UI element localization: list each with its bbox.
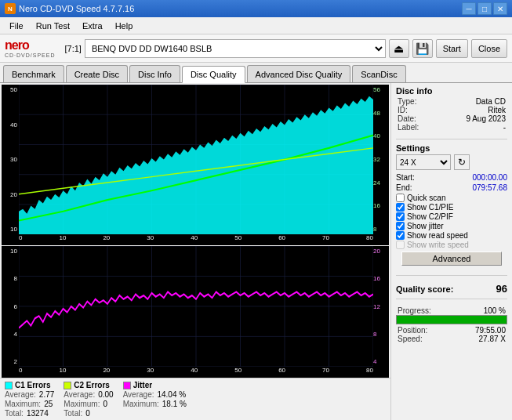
chart-top-yr-label-8: 8 <box>373 226 389 233</box>
settings-section: Settings 24 X ↻ Start: 000:00.00 End: 07… <box>396 143 507 268</box>
chart-bot-yr-20: 20 <box>373 248 389 255</box>
eject-icon-button[interactable]: ⏏ <box>389 39 409 58</box>
tab-disc-quality[interactable]: Disc Quality <box>182 66 245 83</box>
chart-top-y-label-40: 40 <box>2 121 19 129</box>
end-time-label: End: <box>396 183 423 192</box>
jitter-avg-value: 14.04 % <box>157 390 186 399</box>
chart-bot-yr-12: 12 <box>373 303 389 310</box>
chart-top-x-0: 0 <box>19 234 22 245</box>
chart-top-x-40: 40 <box>191 234 198 245</box>
progress-bar-outer <box>396 315 507 324</box>
app-icon: N <box>5 3 16 14</box>
close-window-button[interactable]: ✕ <box>493 2 507 15</box>
tab-scan-disc[interactable]: ScanDisc <box>352 65 405 82</box>
bottom-chart-svg <box>19 246 373 367</box>
show-c2-pif-checkbox[interactable] <box>396 212 405 221</box>
jitter-max-value: 18.1 % <box>162 400 187 408</box>
chart-top-x-10: 10 <box>59 234 66 245</box>
disc-id-label: ID: <box>398 106 408 114</box>
tab-benchmark[interactable]: Benchmark <box>3 65 64 82</box>
drive-label: [7:1] <box>65 44 82 53</box>
menu-extra[interactable]: Extra <box>76 17 109 34</box>
show-read-speed-checkbox[interactable] <box>396 231 405 240</box>
quality-score-value: 96 <box>496 283 507 295</box>
disc-label-label: Label: <box>398 123 419 132</box>
position-value: 79:55.00 <box>475 326 506 335</box>
c2-stats-block: C2 Errors Average: 0.00 Maximum: 0 Total… <box>64 381 113 418</box>
show-c1-pie-checkbox[interactable] <box>396 203 405 212</box>
c2-header: C2 Errors <box>74 381 110 389</box>
disc-label-value: - <box>503 123 506 132</box>
progress-value: 100 % <box>484 306 506 315</box>
show-read-speed-label: Show read speed <box>407 231 468 240</box>
quick-scan-label: Quick scan <box>407 194 445 202</box>
c1-avg-label: Average: <box>5 390 36 399</box>
c2-color-swatch <box>64 382 71 389</box>
chart-bot-x-40: 40 <box>191 367 198 378</box>
chart-top-x-20: 20 <box>103 234 110 245</box>
chart-bot-x-10: 10 <box>59 367 66 378</box>
tab-create-disc[interactable]: Create Disc <box>66 65 128 82</box>
c1-avg-value: 2.77 <box>39 390 54 399</box>
chart-top-y-label-20: 20 <box>2 191 19 198</box>
close-button[interactable]: Close <box>471 39 507 58</box>
menu-help[interactable]: Help <box>109 17 140 34</box>
chart-bot-x-50: 50 <box>234 367 241 378</box>
menu-bar: File Run Test Extra Help <box>0 17 512 34</box>
chart-bot-y-label-2: 2 <box>2 358 19 365</box>
disc-date-label: Date: <box>398 114 416 123</box>
c2-total-label: Total: <box>64 409 82 418</box>
start-time-value: 000:00.00 <box>473 173 508 182</box>
progress-label: Progress: <box>398 306 431 315</box>
tab-disc-info[interactable]: Disc Info <box>129 65 180 82</box>
right-panel: Disc info Type: Data CD ID: Ritek Date: … <box>390 83 512 420</box>
disc-info-title: Disc info <box>396 86 507 96</box>
chart-bot-x-70: 70 <box>322 367 329 378</box>
disc-type-value: Data CD <box>476 97 506 106</box>
disc-type-label: Type: <box>398 97 416 106</box>
refresh-button[interactable]: ↻ <box>454 154 470 170</box>
chart-bot-y-label-6: 6 <box>2 303 19 310</box>
c2-max-label: Maximum: <box>64 400 100 408</box>
speed-select[interactable]: 24 X <box>396 154 451 170</box>
tab-advanced-disc-quality[interactable]: Advanced Disc Quality <box>247 65 351 82</box>
chart-bot-yr-4: 4 <box>373 358 389 365</box>
chart-top-x-80: 80 <box>366 234 373 245</box>
progress-section: Progress: 100 % Position: 79:55.00 Speed… <box>396 306 507 343</box>
menu-file[interactable]: File <box>3 17 30 34</box>
toolbar: nero CD·DVD/SPEED [7:1] BENQ DVD DD DW16… <box>0 34 512 63</box>
settings-title: Settings <box>396 143 507 153</box>
chart-bot-yr-16: 16 <box>373 275 389 282</box>
show-jitter-checkbox[interactable] <box>396 222 405 230</box>
c1-max-value: 25 <box>44 400 53 408</box>
chart-bot-x-20: 20 <box>103 367 110 378</box>
chart-top-y-label-10: 10 <box>2 226 19 233</box>
save-icon-button[interactable]: 💾 <box>412 39 433 58</box>
minimize-button[interactable]: ─ <box>462 2 476 15</box>
start-time-label: Start: <box>396 173 423 182</box>
chart-top-yr-label-32: 32 <box>373 156 389 163</box>
c2-total-value: 0 <box>85 409 90 418</box>
c1-total-label: Total: <box>5 409 24 418</box>
maximize-button[interactable]: □ <box>478 2 492 15</box>
c2-avg-value: 0.00 <box>98 390 113 399</box>
menu-run-test[interactable]: Run Test <box>30 17 76 34</box>
tab-bar: Benchmark Create Disc Disc Info Disc Qua… <box>0 63 512 83</box>
show-write-speed-checkbox[interactable] <box>396 241 405 249</box>
app-title: Nero CD-DVD Speed 4.7.7.16 <box>19 4 134 13</box>
c1-header: C1 Errors <box>15 381 51 389</box>
quality-score-label: Quality score: <box>396 284 453 294</box>
quick-scan-checkbox[interactable] <box>396 194 405 202</box>
jitter-color-swatch <box>123 382 131 389</box>
c2-max-value: 0 <box>103 400 107 408</box>
chart-bot-yr-8: 8 <box>373 331 389 338</box>
top-chart-svg <box>19 85 373 234</box>
show-write-speed-label: Show write speed <box>407 241 469 249</box>
advanced-button[interactable]: Advanced <box>401 252 502 266</box>
jitter-stats-block: Jitter Average: 14.04 % Maximum: 18.1 % <box>123 381 187 418</box>
drive-select[interactable]: BENQ DVD DD DW1640 BSLB <box>85 39 386 58</box>
chart-bot-x-0: 0 <box>19 367 22 378</box>
quality-score-section: Quality score: 96 <box>396 280 507 295</box>
start-button[interactable]: Start <box>436 39 468 58</box>
chart-top-yr-label-16: 16 <box>373 202 389 209</box>
